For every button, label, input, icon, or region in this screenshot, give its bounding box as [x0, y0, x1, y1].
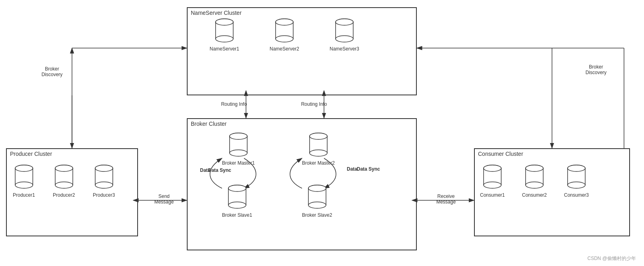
broker-slave2-icon: Broker Slave2: [302, 184, 332, 218]
nameserver2-icon: NameServer2: [270, 18, 299, 52]
producer-cluster-label: Producer Cluster: [10, 151, 52, 157]
broker-slave1-icon: Broker Slave1: [222, 184, 252, 218]
svg-point-65: [55, 182, 73, 188]
data-sync-left-sync: Data Sync: [208, 167, 231, 173]
svg-point-77: [484, 182, 501, 188]
consumer3-icon: Consumer3: [564, 164, 589, 198]
broker-slave1-label: Broker Slave1: [222, 212, 252, 218]
svg-point-18: [216, 19, 233, 25]
producer2-icon: Producer2: [53, 164, 75, 198]
broker-slave2-label: Broker Slave2: [302, 212, 332, 218]
consumer1-icon: Consumer1: [480, 164, 505, 198]
producer1-icon: Producer1: [13, 164, 35, 198]
send-message-label: Send Message: [142, 193, 186, 205]
consumer2-icon: Consumer2: [522, 164, 547, 198]
broker-discovery-right-label: Broker Discovery: [572, 64, 620, 75]
svg-point-35: [230, 150, 247, 156]
svg-point-89: [568, 182, 585, 188]
nameserver3-icon: NameServer3: [330, 18, 359, 52]
svg-point-78: [484, 165, 501, 171]
svg-point-17: [216, 36, 233, 42]
routing-info-left-label: Routing Info: [212, 101, 256, 107]
producer3-icon: Producer3: [93, 164, 115, 198]
svg-point-84: [526, 165, 543, 171]
receive-message-label: Receive Message: [422, 193, 470, 205]
svg-point-29: [336, 36, 353, 42]
svg-point-72: [95, 165, 113, 171]
svg-point-41: [228, 202, 246, 208]
svg-point-23: [276, 36, 293, 42]
svg-point-54: [308, 185, 326, 191]
nameserver-cluster-label: NameServer Cluster: [191, 10, 242, 16]
svg-point-59: [15, 182, 33, 188]
data-sync-right-label: Data: [347, 166, 357, 172]
data-sync-right-sync: Data Sync: [357, 166, 380, 172]
svg-point-42: [228, 185, 246, 191]
diagram: NameServer Cluster NameServer1: [0, 0, 644, 266]
svg-point-48: [310, 133, 327, 139]
producer3-label: Producer3: [93, 192, 115, 198]
nameserver2-label: NameServer2: [270, 46, 299, 52]
svg-point-24: [276, 19, 293, 25]
broker-master2-icon: Broker Master2: [302, 132, 335, 166]
consumer1-label: Consumer1: [480, 192, 505, 198]
broker-cluster-label: Broker Cluster: [191, 121, 226, 127]
broker-master2-label: Broker Master2: [302, 160, 335, 166]
broker-master1-icon: Broker Master1: [222, 132, 255, 166]
producer2-label: Producer2: [53, 192, 75, 198]
broker-discovery-left-label: Broker Discovery: [32, 66, 72, 77]
svg-point-36: [230, 133, 247, 139]
svg-point-90: [568, 165, 585, 171]
broker-master1-label: Broker Master1: [222, 160, 255, 166]
svg-point-71: [95, 182, 113, 188]
svg-point-66: [55, 165, 73, 171]
producer1-label: Producer1: [13, 192, 35, 198]
consumer2-label: Consumer2: [522, 192, 547, 198]
routing-info-right-label: Routing Info: [292, 101, 336, 107]
nameserver1-label: NameServer1: [210, 46, 239, 52]
svg-point-60: [15, 165, 33, 171]
svg-point-53: [308, 202, 326, 208]
consumer-cluster-label: Consumer Cluster: [478, 151, 523, 157]
svg-point-47: [310, 150, 327, 156]
consumer3-label: Consumer3: [564, 192, 589, 198]
nameserver1-icon: NameServer1: [210, 18, 239, 52]
svg-point-30: [336, 19, 353, 25]
svg-point-83: [526, 182, 543, 188]
nameserver3-label: NameServer3: [330, 46, 359, 52]
watermark: CSDN @偷懒村的少年: [587, 255, 636, 262]
